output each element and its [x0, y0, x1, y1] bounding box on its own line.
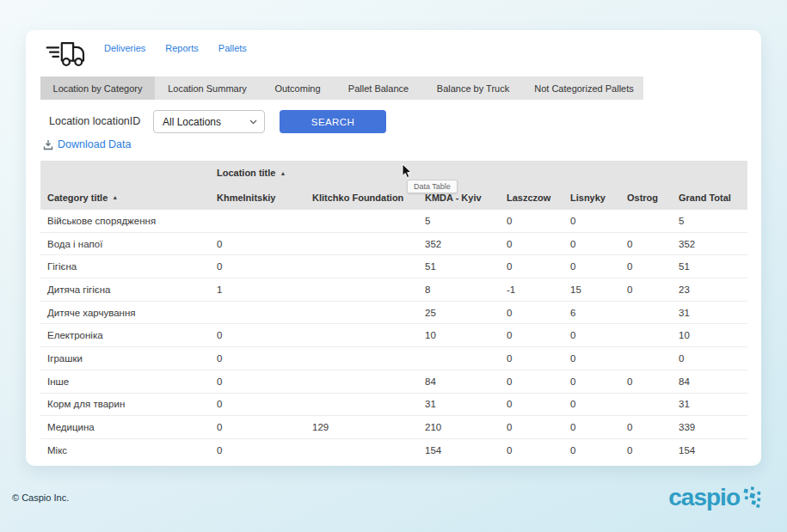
value-cell: 210: [418, 416, 500, 438]
main-nav: DeliveriesReportsPallets: [104, 43, 247, 53]
table-body: Військове спорядження5005Вода і напої035…: [40, 210, 747, 462]
table-row: Корм для тварин0310031: [40, 394, 747, 417]
value-cell: 0: [672, 347, 747, 370]
table-row: Вода і напої0352000352: [40, 233, 747, 256]
value-cell: [620, 324, 672, 346]
value-cell: [305, 439, 418, 462]
tab-pallet-balance[interactable]: Pallet Balance: [335, 76, 421, 100]
value-cell: 352: [672, 233, 747, 255]
value-cell: 352: [418, 233, 500, 255]
value-cell: 31: [418, 394, 500, 416]
value-cell: [620, 210, 672, 232]
value-cell: 84: [672, 370, 747, 393]
category-cell: Дитяча гігієна: [40, 278, 210, 301]
column-header-label: Laszczow: [507, 193, 550, 203]
column-header-label: KMDA - Kyiv: [425, 193, 482, 203]
app-card: DeliveriesReportsPallets Location by Cat…: [26, 30, 761, 466]
copyright: © Caspio Inc.: [12, 492, 69, 503]
column-header-row: Category title▲KhmelnitskiyKlitchko Foun…: [40, 185, 747, 210]
location-title-header[interactable]: Location title ▲: [40, 161, 747, 185]
table-header: Location title ▲ Category title▲Khmelnit…: [40, 161, 747, 210]
location-dropdown-value: All Locations: [163, 116, 221, 128]
value-cell: 23: [672, 278, 747, 301]
value-cell: [305, 394, 418, 416]
value-cell: 31: [672, 394, 747, 416]
value-cell: 15: [563, 278, 620, 301]
category-cell: Інше: [40, 370, 210, 393]
value-cell: 51: [418, 255, 500, 278]
value-cell: 0: [620, 370, 672, 393]
category-cell: Корм для тварин: [40, 394, 210, 416]
tab-location-by-category[interactable]: Location by Category: [40, 76, 155, 100]
value-cell: 0: [500, 394, 563, 416]
data-table-tooltip: Data Table: [407, 180, 458, 193]
value-cell: 5: [418, 210, 500, 232]
mouse-cursor: [402, 163, 413, 179]
delivery-truck-logo: [46, 38, 89, 70]
value-cell: [305, 347, 418, 370]
column-header-5: Lisnyky: [563, 185, 620, 210]
caspio-logo-mark: [742, 485, 763, 512]
value-cell: 0: [563, 439, 620, 462]
value-cell: 129: [305, 416, 418, 438]
caspio-logo-text: caspio: [668, 485, 740, 511]
column-header-label: Khmelnitskiy: [217, 193, 275, 203]
column-header-label: Grand Total: [679, 193, 731, 203]
value-cell: 25: [418, 302, 500, 324]
value-cell: 0: [210, 394, 305, 416]
value-cell: [305, 233, 418, 255]
location-dropdown[interactable]: All Locations: [153, 110, 265, 133]
column-header-6: Ostrog: [620, 185, 672, 210]
value-cell: 0: [563, 255, 620, 278]
tab-outcoming[interactable]: Outcoming: [260, 76, 335, 100]
value-cell: [305, 302, 418, 324]
value-cell: 84: [418, 370, 500, 393]
nav-link-deliveries[interactable]: Deliveries: [104, 43, 145, 53]
value-cell: [620, 347, 672, 370]
value-cell: 10: [672, 324, 747, 346]
value-cell: [305, 210, 418, 232]
table-row: Дитяче харчування250631: [40, 302, 747, 325]
value-cell: 0: [500, 370, 563, 393]
value-cell: 6: [563, 302, 620, 324]
search-button[interactable]: SEARCH: [280, 110, 386, 133]
value-cell: 0: [210, 233, 305, 255]
category-cell: Вода і напої: [40, 233, 210, 255]
table-row: Електроніка0100010: [40, 324, 747, 347]
column-header-label: Ostrog: [627, 193, 658, 203]
value-cell: 0: [620, 439, 672, 462]
tab-balance-by-truck[interactable]: Balance by Truck: [421, 76, 525, 100]
column-header-2: Klitchko Foundation: [305, 185, 418, 210]
value-cell: [210, 210, 305, 232]
sort-asc-icon: ▲: [280, 170, 286, 176]
value-cell: 0: [500, 347, 563, 370]
column-header-label: Category title: [47, 193, 108, 203]
value-cell: [305, 324, 418, 346]
value-cell: 0: [500, 324, 563, 346]
column-header-0[interactable]: Category title▲: [40, 185, 210, 210]
value-cell: 5: [672, 210, 747, 232]
value-cell: 31: [672, 302, 747, 324]
column-header-7: Grand Total: [672, 185, 747, 210]
download-data-link[interactable]: Download Data: [43, 138, 131, 150]
table-row: Гігієна05100051: [40, 255, 747, 278]
value-cell: 0: [210, 255, 305, 278]
tab-location-summary[interactable]: Location Summary: [155, 76, 260, 100]
category-cell: Гігієна: [40, 255, 210, 278]
value-cell: 0: [210, 347, 305, 370]
sort-asc-icon: ▲: [112, 194, 118, 200]
value-cell: [210, 302, 305, 324]
value-cell: [418, 347, 500, 370]
tab-not-categorized-pallets[interactable]: Not Categorized Pallets: [525, 76, 643, 100]
value-cell: 0: [563, 370, 620, 393]
value-cell: [305, 278, 418, 301]
column-header-1: Khmelnitskiy: [210, 185, 305, 210]
value-cell: 0: [500, 416, 563, 438]
value-cell: 10: [418, 324, 500, 346]
value-cell: 154: [672, 439, 747, 462]
chevron-down-icon: [249, 119, 257, 125]
nav-link-pallets[interactable]: Pallets: [218, 43, 247, 53]
value-cell: 0: [500, 302, 563, 324]
nav-link-reports[interactable]: Reports: [165, 43, 199, 53]
column-header-label: Lisnyky: [570, 193, 606, 203]
